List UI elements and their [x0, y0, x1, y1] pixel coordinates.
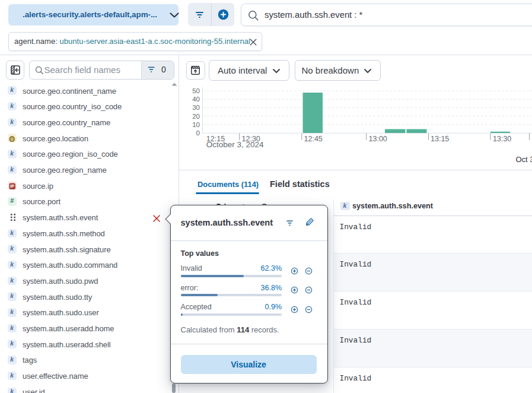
- svg-text:40: 40: [192, 96, 200, 103]
- svg-text:13:00: 13:00: [369, 135, 387, 143]
- svg-text:Oct 3, 2024: Oct 3, 2024: [516, 155, 532, 164]
- svg-text:13:30: 13:30: [493, 135, 511, 143]
- svg-text:0: 0: [196, 129, 200, 137]
- svg-text:IP: IP: [10, 183, 14, 189]
- svg-text:13:15: 13:15: [431, 135, 449, 143]
- svg-text:30: 30: [192, 104, 200, 111]
- svg-text:12:45: 12:45: [304, 135, 323, 143]
- svg-text:20: 20: [192, 113, 200, 120]
- svg-text:10: 10: [192, 121, 200, 128]
- svg-text:October 3, 2024: October 3, 2024: [206, 140, 264, 149]
- svg-text:50: 50: [192, 87, 200, 94]
